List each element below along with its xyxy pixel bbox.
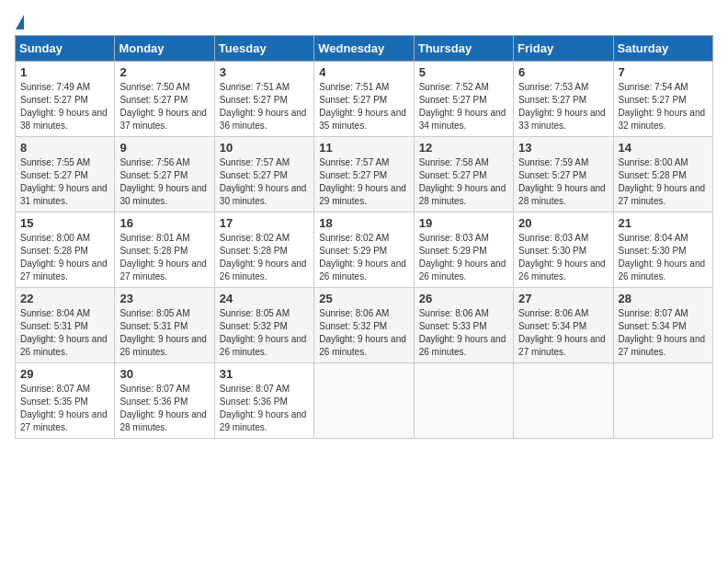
calendar-cell: 21Sunrise: 8:04 AMSunset: 5:30 PMDayligh… [613,213,712,288]
calendar-week-2: 8Sunrise: 7:55 AMSunset: 5:27 PMDaylight… [16,137,713,213]
day-detail: Sunrise: 7:59 AMSunset: 5:27 PMDaylight:… [518,156,608,208]
day-detail: Sunrise: 7:57 AMSunset: 5:27 PMDaylight:… [319,156,408,208]
day-detail: Sunrise: 8:06 AMSunset: 5:33 PMDaylight:… [419,307,508,359]
calendar-table: SundayMondayTuesdayWednesdayThursdayFrid… [15,35,713,439]
calendar-cell: 24Sunrise: 8:05 AMSunset: 5:32 PMDayligh… [214,288,313,363]
day-number: 26 [419,292,508,305]
day-detail: Sunrise: 8:07 AMSunset: 5:36 PMDaylight:… [119,383,209,434]
day-detail: Sunrise: 7:56 AMSunset: 5:27 PMDaylight:… [119,156,209,208]
day-number: 4 [319,65,408,79]
day-number: 8 [20,141,109,155]
calendar-cell [514,363,613,439]
day-detail: Sunrise: 7:58 AMSunset: 5:27 PMDaylight:… [419,156,508,208]
day-detail: Sunrise: 7:52 AMSunset: 5:27 PMDaylight:… [419,81,508,132]
calendar-cell: 11Sunrise: 7:57 AMSunset: 5:27 PMDayligh… [314,137,414,213]
day-detail: Sunrise: 8:03 AMSunset: 5:30 PMDaylight:… [518,232,608,283]
calendar-week-4: 22Sunrise: 8:04 AMSunset: 5:31 PMDayligh… [16,288,713,363]
day-detail: Sunrise: 8:00 AMSunset: 5:28 PMDaylight:… [20,232,109,283]
calendar-cell: 2Sunrise: 7:50 AMSunset: 5:27 PMDaylight… [115,62,214,137]
day-number: 14 [619,141,708,155]
day-detail: Sunrise: 8:01 AMSunset: 5:28 PMDaylight:… [119,232,209,283]
day-number: 13 [518,141,608,155]
day-detail: Sunrise: 8:02 AMSunset: 5:29 PMDaylight:… [319,232,408,283]
calendar-cell: 8Sunrise: 7:55 AMSunset: 5:27 PMDaylight… [16,137,115,213]
day-number: 9 [119,141,209,155]
calendar-cell: 20Sunrise: 8:03 AMSunset: 5:30 PMDayligh… [514,213,613,288]
calendar-cell: 27Sunrise: 8:06 AMSunset: 5:34 PMDayligh… [514,288,613,363]
calendar-cell: 16Sunrise: 8:01 AMSunset: 5:28 PMDayligh… [115,213,214,288]
calendar-cell: 13Sunrise: 7:59 AMSunset: 5:27 PMDayligh… [514,137,613,213]
day-detail: Sunrise: 8:04 AMSunset: 5:31 PMDaylight:… [20,307,109,359]
calendar-cell: 25Sunrise: 8:06 AMSunset: 5:32 PMDayligh… [314,288,414,363]
day-detail: Sunrise: 7:54 AMSunset: 5:27 PMDaylight:… [619,81,708,132]
day-number: 25 [319,292,408,305]
day-detail: Sunrise: 7:50 AMSunset: 5:27 PMDaylight:… [119,81,209,132]
weekday-header-tuesday: Tuesday [214,36,313,62]
day-detail: Sunrise: 8:00 AMSunset: 5:28 PMDaylight:… [619,156,708,208]
day-number: 20 [518,216,608,230]
day-detail: Sunrise: 8:06 AMSunset: 5:34 PMDaylight:… [518,307,608,359]
calendar-cell: 22Sunrise: 8:04 AMSunset: 5:31 PMDayligh… [16,288,115,363]
day-number: 23 [119,292,209,305]
day-number: 15 [20,216,109,230]
calendar-cell: 28Sunrise: 8:07 AMSunset: 5:34 PMDayligh… [613,288,712,363]
day-number: 7 [619,65,708,79]
calendar-cell: 30Sunrise: 8:07 AMSunset: 5:36 PMDayligh… [115,363,214,439]
calendar-cell: 6Sunrise: 7:53 AMSunset: 5:27 PMDaylight… [514,62,613,137]
calendar-cell [414,363,513,439]
day-number: 24 [220,292,309,305]
day-number: 30 [119,367,209,381]
day-detail: Sunrise: 8:07 AMSunset: 5:36 PMDaylight:… [220,383,309,434]
day-detail: Sunrise: 7:55 AMSunset: 5:27 PMDaylight:… [20,156,109,208]
calendar-week-3: 15Sunrise: 8:00 AMSunset: 5:28 PMDayligh… [16,213,713,288]
day-detail: Sunrise: 7:53 AMSunset: 5:27 PMDaylight:… [518,81,608,132]
calendar-cell: 23Sunrise: 8:05 AMSunset: 5:31 PMDayligh… [115,288,214,363]
day-number: 10 [220,141,309,155]
day-number: 31 [220,367,309,381]
calendar-cell: 5Sunrise: 7:52 AMSunset: 5:27 PMDaylight… [414,62,513,137]
calendar-week-1: 1Sunrise: 7:49 AMSunset: 5:27 PMDaylight… [16,62,713,137]
weekday-header-monday: Monday [115,36,214,62]
page-header [15,15,713,29]
day-number: 16 [119,216,209,230]
calendar-cell: 18Sunrise: 8:02 AMSunset: 5:29 PMDayligh… [314,213,414,288]
day-detail: Sunrise: 7:51 AMSunset: 5:27 PMDaylight:… [319,81,408,132]
calendar-cell: 12Sunrise: 7:58 AMSunset: 5:27 PMDayligh… [414,137,513,213]
calendar-cell: 9Sunrise: 7:56 AMSunset: 5:27 PMDaylight… [115,137,214,213]
day-number: 19 [419,216,508,230]
calendar-cell: 10Sunrise: 7:57 AMSunset: 5:27 PMDayligh… [214,137,313,213]
day-detail: Sunrise: 8:05 AMSunset: 5:31 PMDaylight:… [119,307,209,359]
calendar-cell [314,363,414,439]
day-number: 17 [220,216,309,230]
calendar-cell: 26Sunrise: 8:06 AMSunset: 5:33 PMDayligh… [414,288,513,363]
day-detail: Sunrise: 8:07 AMSunset: 5:34 PMDaylight:… [619,307,708,359]
calendar-cell: 4Sunrise: 7:51 AMSunset: 5:27 PMDaylight… [314,62,414,137]
calendar-cell: 31Sunrise: 8:07 AMSunset: 5:36 PMDayligh… [214,363,313,439]
calendar-week-5: 29Sunrise: 8:07 AMSunset: 5:35 PMDayligh… [16,363,713,439]
calendar-cell: 19Sunrise: 8:03 AMSunset: 5:29 PMDayligh… [414,213,513,288]
day-detail: Sunrise: 8:03 AMSunset: 5:29 PMDaylight:… [419,232,508,283]
weekday-header-friday: Friday [514,36,613,62]
weekday-header-wednesday: Wednesday [314,36,414,62]
weekday-header-thursday: Thursday [414,36,513,62]
day-number: 27 [518,292,608,305]
calendar-cell: 17Sunrise: 8:02 AMSunset: 5:28 PMDayligh… [214,213,313,288]
day-detail: Sunrise: 8:07 AMSunset: 5:35 PMDaylight:… [20,383,109,434]
day-number: 2 [119,65,209,79]
day-detail: Sunrise: 8:02 AMSunset: 5:28 PMDaylight:… [220,232,309,283]
day-number: 28 [619,292,708,305]
day-number: 5 [419,65,508,79]
day-detail: Sunrise: 7:57 AMSunset: 5:27 PMDaylight:… [220,156,309,208]
day-detail: Sunrise: 7:49 AMSunset: 5:27 PMDaylight:… [20,81,109,132]
calendar-cell: 7Sunrise: 7:54 AMSunset: 5:27 PMDaylight… [613,62,712,137]
day-number: 1 [20,65,109,79]
day-detail: Sunrise: 8:04 AMSunset: 5:30 PMDaylight:… [619,232,708,283]
day-number: 11 [319,141,408,155]
calendar-cell: 14Sunrise: 8:00 AMSunset: 5:28 PMDayligh… [613,137,712,213]
calendar-cell: 1Sunrise: 7:49 AMSunset: 5:27 PMDaylight… [16,62,115,137]
calendar-cell [613,363,712,439]
calendar-cell: 3Sunrise: 7:51 AMSunset: 5:27 PMDaylight… [214,62,313,137]
day-number: 21 [619,216,708,230]
day-number: 3 [220,65,309,79]
logo [15,15,25,29]
